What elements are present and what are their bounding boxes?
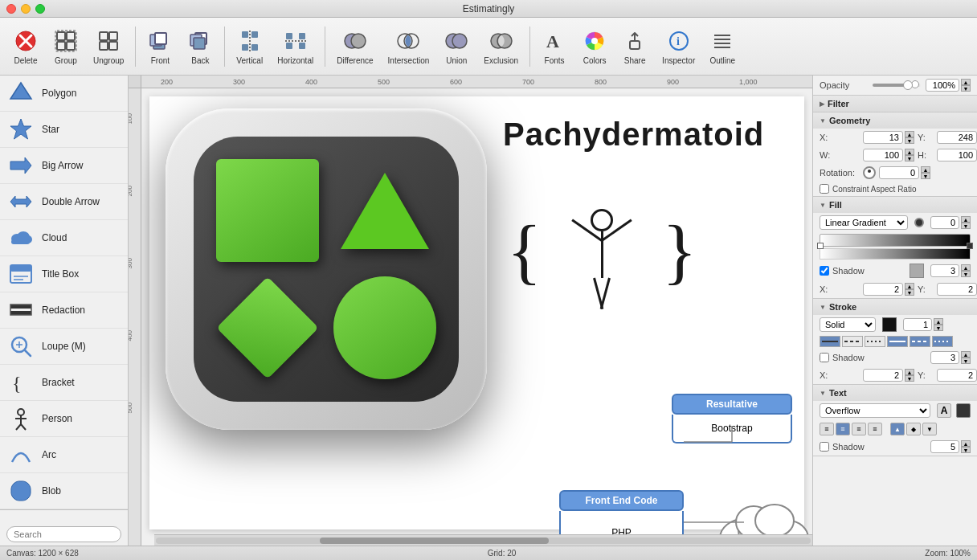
canvas-content[interactable]: Pachydermatoid {: [141, 88, 812, 546]
rotation-up[interactable]: ▲: [921, 166, 930, 173]
close-button[interactable]: [6, 4, 16, 14]
text-shadow-checkbox[interactable]: [820, 442, 829, 452]
stroke-shadow-y-input[interactable]: [937, 369, 977, 382]
fill-shadow-up[interactable]: ▲: [961, 264, 971, 271]
sidebar-item-arc[interactable]: Arc: [0, 437, 128, 473]
sidebar-item-bracket[interactable]: { Bracket: [0, 365, 128, 401]
opacity-up[interactable]: ▲: [961, 79, 971, 85]
fill-angle-up[interactable]: ▲: [961, 216, 971, 223]
search-input[interactable]: [6, 526, 121, 542]
sidebar-item-loupe[interactable]: Loupe (M): [0, 329, 128, 365]
text-font-btn[interactable]: A: [937, 403, 951, 418]
fill-shadow-x-down[interactable]: ▼: [905, 289, 914, 296]
stroke-type-select[interactable]: Solid Dashed Dotted: [820, 317, 876, 332]
union-button[interactable]: Union: [437, 25, 476, 68]
w-input[interactable]: [863, 149, 903, 161]
share-button[interactable]: Share: [615, 25, 654, 68]
fill-angle-down[interactable]: ▼: [961, 223, 971, 229]
fill-shadow-down[interactable]: ▼: [961, 271, 971, 277]
sidebar-item-star[interactable]: Star: [0, 112, 128, 148]
align-center-btn[interactable]: ≡: [836, 423, 850, 435]
colors-button[interactable]: Colors: [575, 25, 614, 68]
ungroup-button[interactable]: Ungroup: [87, 25, 130, 68]
inspector-button[interactable]: i Inspector: [656, 25, 701, 68]
x-input[interactable]: [863, 131, 903, 144]
text-header[interactable]: ▼ Text: [813, 385, 977, 401]
align-left-btn[interactable]: ≡: [820, 423, 834, 435]
stroke-color-swatch[interactable]: [882, 317, 897, 332]
stroke-pattern-1[interactable]: [820, 336, 840, 347]
text-color-swatch[interactable]: [956, 403, 971, 418]
stroke-shadow-up[interactable]: ▲: [961, 351, 971, 358]
fill-shadow-x-input[interactable]: [863, 283, 903, 296]
fill-shadow-y-input[interactable]: [937, 283, 977, 296]
x-up[interactable]: ▲: [905, 131, 914, 137]
stroke-pattern-2[interactable]: [842, 336, 863, 347]
canvas-surface[interactable]: Pachydermatoid {: [149, 96, 804, 529]
h-input[interactable]: [937, 149, 977, 161]
maximize-button[interactable]: [35, 4, 45, 14]
rotation-input[interactable]: [879, 166, 919, 179]
sidebar-item-title-box[interactable]: Title Box: [0, 256, 128, 292]
sidebar-item-redaction[interactable]: Redaction: [0, 292, 128, 329]
stroke-shadow-x-input[interactable]: [863, 369, 903, 382]
rotation-down[interactable]: ▼: [921, 173, 930, 179]
valign-top-btn[interactable]: ▲: [890, 423, 905, 435]
geometry-header[interactable]: ▼ Geometry: [813, 112, 977, 129]
y-input[interactable]: [937, 131, 977, 144]
outline-button[interactable]: Outline: [703, 25, 742, 68]
stroke-shadow-checkbox[interactable]: [820, 353, 829, 362]
stroke-pattern-6[interactable]: [932, 336, 953, 347]
text-shadow-down[interactable]: ▼: [961, 447, 971, 453]
text-shadow-up[interactable]: ▲: [961, 440, 971, 447]
fill-type-select[interactable]: Linear Gradient Radial Gradient Solid Co…: [820, 215, 908, 230]
align-right-btn[interactable]: ≡: [852, 423, 866, 435]
stroke-header[interactable]: ▼ Stroke: [813, 299, 977, 315]
intersection-button[interactable]: Intersection: [382, 25, 436, 68]
filter-header[interactable]: ▶ Filter: [813, 96, 977, 112]
delete-button[interactable]: Delete: [6, 25, 45, 68]
w-down[interactable]: ▼: [905, 155, 914, 161]
stroke-pattern-3[interactable]: [865, 336, 885, 347]
group-button[interactable]: Group: [47, 25, 85, 68]
gradient-stop-left[interactable]: [817, 243, 824, 249]
fill-angle-input[interactable]: [930, 216, 959, 229]
minimize-button[interactable]: [21, 4, 31, 14]
sidebar-item-double-arrow[interactable]: Double Arrow: [0, 184, 128, 220]
sidebar-item-blob[interactable]: Blob: [0, 473, 128, 509]
align-justify-btn[interactable]: ≡: [868, 423, 882, 435]
horizontal-button[interactable]: Horizontal: [271, 25, 320, 68]
scroll-thumb-h[interactable]: [320, 538, 549, 544]
stroke-shadow-x-up[interactable]: ▲: [905, 369, 914, 375]
exclusion-button[interactable]: Exclusion: [477, 25, 525, 68]
gradient-bar[interactable]: [820, 234, 971, 247]
opacity-slider[interactable]: [873, 84, 921, 87]
gradient-stop-right[interactable]: [967, 243, 973, 249]
stroke-shadow-down[interactable]: ▼: [961, 358, 971, 364]
vertical-button[interactable]: Vertical: [230, 25, 269, 68]
stroke-width-up[interactable]: ▲: [934, 318, 943, 325]
opacity-input[interactable]: [926, 79, 959, 92]
back-button[interactable]: Back: [181, 25, 219, 68]
text-shadow-value-input[interactable]: [930, 440, 959, 453]
stroke-pattern-4[interactable]: [887, 336, 908, 347]
sidebar-item-person[interactable]: Person: [0, 401, 128, 437]
fill-shadow-value-input[interactable]: [930, 264, 959, 277]
sidebar-item-cloud[interactable]: Cloud: [0, 220, 128, 256]
difference-button[interactable]: Difference: [330, 25, 379, 68]
opacity-down[interactable]: ▼: [961, 85, 971, 92]
x-down[interactable]: ▼: [905, 137, 914, 144]
w-up[interactable]: ▲: [905, 149, 914, 155]
sidebar-item-polygon[interactable]: Polygon: [0, 76, 128, 112]
horizontal-scrollbar[interactable]: [154, 534, 812, 546]
constraint-checkbox[interactable]: [820, 184, 829, 194]
text-overflow-select[interactable]: Overflow Truncate Wrap: [820, 403, 930, 418]
rotation-dial[interactable]: [863, 166, 876, 179]
fill-shadow-x-up[interactable]: ▲: [905, 283, 914, 289]
stroke-pattern-5[interactable]: [910, 336, 930, 347]
stroke-width-input[interactable]: [903, 318, 932, 331]
fill-shadow-color[interactable]: [910, 264, 924, 278]
stroke-shadow-value-input[interactable]: [930, 351, 959, 364]
stroke-shadow-x-down[interactable]: ▼: [905, 375, 914, 382]
front-button[interactable]: Front: [141, 25, 179, 68]
